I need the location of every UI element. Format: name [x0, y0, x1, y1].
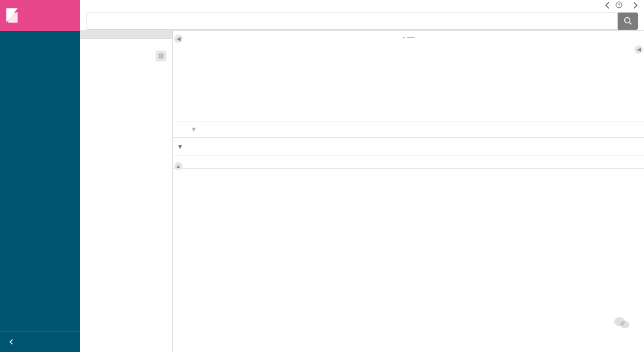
time-range-header: - — [173, 31, 644, 44]
svg-point-1 [625, 18, 630, 23]
row-time [187, 138, 287, 155]
sort-desc-icon: ▾ [192, 125, 196, 133]
expand-row-toggle[interactable]: ▾ [173, 138, 187, 155]
column-header-source[interactable] [287, 122, 644, 137]
results-panel: ◀ - — ◀ ▲ ▾ [173, 31, 644, 352]
clock-icon [615, 1, 623, 10]
collapse-button[interactable] [0, 331, 80, 352]
svg-point-4 [621, 321, 630, 329]
selected-fields-header [80, 39, 172, 46]
topbar [80, 0, 644, 31]
svg-point-2 [160, 55, 162, 57]
fields-settings-button[interactable] [156, 51, 166, 61]
histogram-chart: ◀ [173, 44, 644, 121]
collapse-histogram-handle[interactable]: ▲ [174, 162, 182, 170]
collapse-fields-handle[interactable]: ◀ [174, 35, 182, 43]
document-table: ▾ ▾ [173, 121, 644, 352]
fields-sidebar [80, 31, 173, 352]
search-button[interactable] [618, 13, 638, 30]
column-header-time[interactable]: ▾ [187, 122, 287, 137]
row-detail [173, 156, 644, 169]
available-fields-header [80, 46, 172, 64]
x-axis-label [194, 116, 633, 121]
gear-icon [158, 53, 164, 59]
time-next-icon[interactable] [632, 2, 638, 9]
table-row: ▾ [173, 138, 644, 156]
index-pattern-selector[interactable] [80, 31, 172, 39]
sidebar [0, 0, 80, 352]
collapse-chart-handle[interactable]: ◀ [634, 45, 643, 54]
wechat-icon [614, 316, 630, 329]
logo [0, 0, 80, 31]
search-input[interactable] [86, 13, 618, 30]
time-prev-icon[interactable] [605, 2, 611, 9]
row-source [287, 138, 644, 155]
collapse-icon [7, 338, 16, 346]
kibana-logo-icon [6, 8, 18, 23]
watermark [614, 316, 633, 329]
search-icon [624, 17, 632, 25]
